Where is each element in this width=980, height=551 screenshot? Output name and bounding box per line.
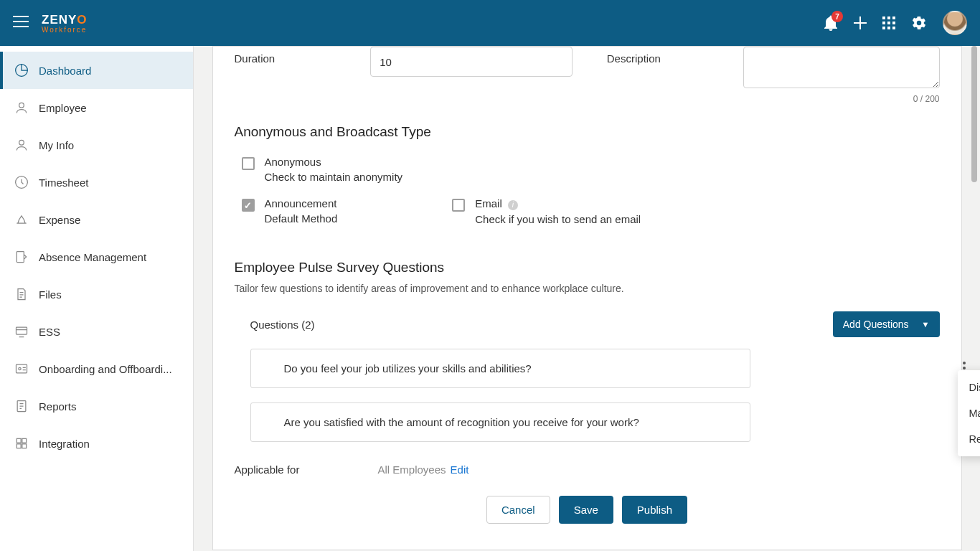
svg-rect-6 — [882, 27, 885, 29]
cancel-button[interactable]: Cancel — [486, 496, 550, 524]
svg-rect-0 — [882, 17, 885, 19]
svg-rect-20 — [17, 444, 21, 448]
save-button[interactable]: Save — [559, 496, 613, 524]
sidebar-item-integration[interactable]: Integration — [0, 425, 193, 462]
onboarding-icon — [14, 362, 29, 376]
notification-badge: 7 — [831, 11, 843, 22]
form-actions: Cancel Save Publish — [235, 496, 940, 524]
publish-button[interactable]: Publish — [622, 496, 687, 524]
sidebar-item-label: Integration — [39, 438, 90, 450]
clock-icon — [14, 175, 29, 189]
svg-rect-7 — [887, 27, 890, 29]
scrollbar-thumb[interactable] — [971, 46, 977, 182]
anonymous-desc: Check to maintain anonymity — [265, 171, 403, 183]
sidebar-item-files[interactable]: Files — [0, 276, 193, 313]
svg-rect-5 — [892, 22, 895, 24]
chevron-down-icon: ▼ — [922, 320, 930, 329]
question-text[interactable]: Are you satisfied with the amount of rec… — [250, 402, 750, 442]
edit-link[interactable]: Edit — [451, 463, 469, 476]
menu-disable-comments[interactable]: Disable Comments — [958, 375, 981, 400]
announcement-checkbox[interactable]: ✓ — [242, 199, 255, 212]
sidebar-item-label: My Info — [39, 139, 74, 151]
person-icon — [14, 138, 29, 152]
sidebar-item-label: Absence Management — [39, 251, 146, 263]
sidebar-item-label: Reports — [39, 400, 77, 413]
svg-rect-4 — [887, 22, 890, 24]
applicable-label: Applicable for — [235, 463, 378, 476]
duration-input[interactable] — [370, 47, 573, 77]
questions-count: Questions (2) — [250, 319, 315, 331]
logo-text-accent: O — [77, 13, 87, 27]
apps-grid-icon[interactable] — [882, 17, 895, 29]
section-anonymous-title: Anonymous and Broadcast Type — [235, 124, 940, 140]
logo-text-main: ZENY — [42, 13, 77, 27]
anonymous-checkbox[interactable] — [242, 157, 255, 170]
ess-icon — [14, 324, 29, 339]
question-row-2: Are you satisfied with the amount of rec… — [235, 402, 940, 442]
app-header: ZENYO Workforce 7 — [0, 0, 980, 46]
svg-rect-18 — [17, 438, 21, 443]
info-icon[interactable]: i — [508, 200, 518, 210]
sidebar-item-label: Files — [39, 288, 62, 301]
sidebar-item-absence[interactable]: Absence Management — [0, 238, 193, 276]
sidebar-item-onboarding[interactable]: Onboarding and Offboardi... — [0, 350, 193, 387]
announcement-label: Announcement — [265, 197, 338, 209]
svg-rect-19 — [22, 438, 27, 443]
sidebar-item-reports[interactable]: Reports — [0, 387, 193, 425]
notifications-icon[interactable]: 7 — [824, 15, 838, 31]
sidebar-item-expense[interactable]: Expense — [0, 201, 193, 238]
svg-rect-21 — [22, 444, 27, 448]
svg-rect-15 — [17, 364, 27, 373]
svg-rect-2 — [892, 17, 895, 19]
menu-remove[interactable]: Remove — [958, 426, 981, 452]
announcement-checkbox-row: ✓ Announcement Default Method — [242, 197, 338, 225]
email-label: Email i — [475, 197, 641, 210]
user-avatar[interactable] — [943, 11, 967, 35]
survey-form-card: Duration Description 0 / 200 Anonymous a… — [212, 46, 962, 550]
question-row-1: Do you feel your job utilizes your skill… — [235, 349, 940, 388]
file-icon — [14, 287, 29, 301]
svg-rect-14 — [17, 327, 27, 334]
svg-rect-1 — [887, 17, 890, 19]
svg-rect-8 — [892, 27, 895, 29]
sidebar-item-employee[interactable]: Employee — [0, 89, 193, 126]
applicable-for-row: Applicable for All Employees Edit — [235, 463, 940, 476]
svg-point-11 — [19, 140, 24, 145]
reports-icon — [14, 399, 29, 413]
sidebar-item-label: Dashboard — [39, 65, 91, 77]
sidebar-item-ess[interactable]: ESS — [0, 313, 193, 350]
absence-icon — [14, 250, 29, 264]
questions-header: Questions (2) Add Questions▼ — [250, 311, 940, 337]
question-text[interactable]: Do you feel your job utilizes your skill… — [250, 349, 750, 388]
settings-gear-icon[interactable] — [911, 15, 927, 31]
logo-subtitle: Workforce — [42, 26, 88, 34]
svg-point-16 — [19, 367, 21, 369]
menu-toggle-icon[interactable] — [13, 16, 29, 30]
sidebar-item-label: ESS — [39, 326, 60, 338]
menu-mark-required[interactable]: Mark as required — [958, 400, 981, 426]
description-textarea[interactable] — [743, 47, 940, 88]
svg-rect-13 — [17, 252, 24, 263]
email-checkbox[interactable] — [452, 199, 465, 212]
char-count: 0 / 200 — [743, 94, 940, 104]
check-icon: ✓ — [244, 200, 252, 211]
question-context-menu: Disable Comments Mark as required Remove — [958, 370, 981, 456]
sidebar-item-label: Timesheet — [39, 176, 88, 189]
email-checkbox-row: Email i Check if you wish to send an ema… — [452, 197, 641, 225]
integration-icon — [14, 436, 29, 451]
section-questions-title: Employee Pulse Survey Questions — [235, 260, 940, 276]
add-icon[interactable] — [854, 17, 867, 29]
anonymous-label: Anonymous — [265, 156, 403, 168]
sidebar-item-dashboard[interactable]: Dashboard — [0, 52, 193, 89]
add-questions-button[interactable]: Add Questions▼ — [833, 311, 940, 337]
sidebar-item-timesheet[interactable]: Timesheet — [0, 164, 193, 201]
section-questions-desc: Tailor few questions to identify areas o… — [235, 283, 940, 294]
sidebar-item-myinfo[interactable]: My Info — [0, 126, 193, 164]
logo: ZENYO Workforce — [42, 13, 88, 34]
announcement-desc: Default Method — [265, 212, 338, 225]
description-label: Description — [607, 47, 743, 65]
scrollbar-track[interactable] — [969, 46, 979, 548]
email-desc: Check if you wish to send an email — [475, 213, 641, 225]
sidebar-item-label: Onboarding and Offboardi... — [39, 363, 172, 375]
applicable-value: All Employees — [378, 463, 446, 476]
